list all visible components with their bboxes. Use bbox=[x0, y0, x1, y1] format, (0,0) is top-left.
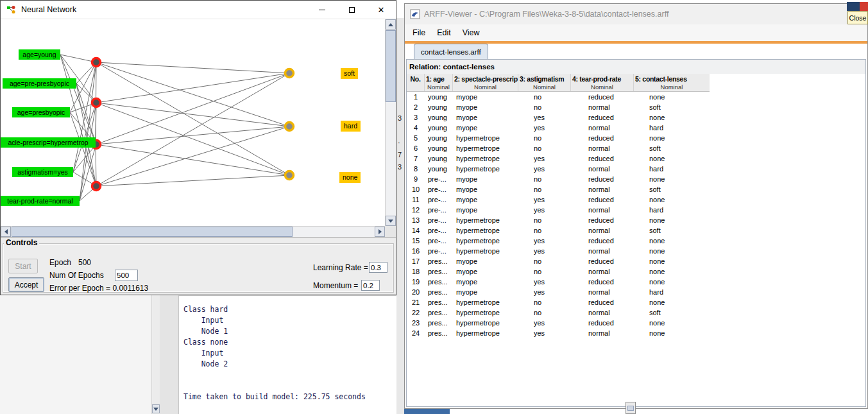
table-cell[interactable]: pres... bbox=[425, 256, 453, 266]
table-cell[interactable]: pres... bbox=[425, 266, 453, 277]
table-cell[interactable]: hard bbox=[634, 123, 710, 133]
table-cell[interactable]: young bbox=[425, 112, 453, 123]
hidden-node[interactable] bbox=[92, 58, 101, 67]
scroll-left-button[interactable] bbox=[1, 227, 11, 237]
table-cell[interactable]: soft bbox=[634, 102, 710, 112]
table-cell[interactable]: hypermetrope bbox=[453, 143, 518, 153]
table-cell[interactable]: none bbox=[634, 297, 710, 307]
table-cell[interactable]: yes bbox=[518, 236, 571, 246]
row-number-cell[interactable]: 23 bbox=[407, 318, 425, 328]
table-cell[interactable]: normal bbox=[571, 164, 634, 174]
close-button[interactable]: ✕ bbox=[366, 1, 396, 19]
table-cell[interactable]: pre-... bbox=[425, 236, 453, 246]
table-cell[interactable]: yes bbox=[518, 277, 571, 287]
table-cell[interactable]: hypermetrope bbox=[453, 328, 518, 338]
maximize-button[interactable] bbox=[337, 1, 366, 19]
table-cell[interactable]: normal bbox=[571, 102, 634, 112]
table-cell[interactable]: hypermetrope bbox=[453, 236, 518, 246]
table-cell[interactable]: none bbox=[634, 328, 710, 338]
menu-item-view[interactable]: View bbox=[457, 24, 486, 41]
table-cell[interactable]: pre-... bbox=[425, 246, 453, 256]
network-horizontal-scrollbar[interactable] bbox=[1, 226, 385, 237]
table-row[interactable]: 11pre-...myopeyesreducednone bbox=[407, 194, 710, 205]
table-cell[interactable]: yes bbox=[518, 153, 571, 164]
table-row[interactable]: 21pres...hypermetropenoreducednone bbox=[407, 297, 710, 307]
table-cell[interactable]: none bbox=[634, 266, 710, 277]
nn-titlebar[interactable]: Neural Network ✕ bbox=[1, 1, 396, 19]
table-cell[interactable]: hypermetrope bbox=[453, 164, 518, 174]
row-number-cell[interactable]: 20 bbox=[407, 287, 425, 297]
close-button-fragment[interactable]: Close bbox=[847, 11, 868, 24]
row-number-cell[interactable]: 13 bbox=[407, 215, 425, 225]
output-node[interactable] bbox=[285, 69, 294, 78]
table-cell[interactable]: reduced bbox=[571, 133, 634, 143]
table-cell[interactable]: no bbox=[518, 215, 571, 225]
table-cell[interactable]: young bbox=[425, 92, 453, 102]
table-row[interactable]: 8younghypermetropeyesnormalhard bbox=[407, 164, 710, 174]
table-cell[interactable]: pre-... bbox=[425, 184, 453, 194]
table-cell[interactable]: none bbox=[634, 246, 710, 256]
table-row[interactable]: 12pre-...myopeyesnormalhard bbox=[407, 205, 710, 215]
row-number-cell[interactable]: 6 bbox=[407, 143, 425, 153]
table-row[interactable]: 23pres...hypermetropeyesreducednone bbox=[407, 318, 710, 328]
table-row[interactable]: 4youngmyopeyesnormalhard bbox=[407, 123, 710, 133]
table-row[interactable]: 6younghypermetropenonormalsoft bbox=[407, 143, 710, 153]
table-cell[interactable]: yes bbox=[518, 194, 571, 205]
table-cell[interactable]: none bbox=[634, 215, 710, 225]
column-header-contactlenses[interactable]: 5: contact-lensesNominal bbox=[634, 74, 710, 91]
table-cell[interactable]: reduced bbox=[571, 277, 634, 287]
table-cell[interactable]: pre-... bbox=[425, 194, 453, 205]
input-node-label[interactable]: age=pre-presbyopic bbox=[3, 78, 76, 89]
table-cell[interactable]: myope bbox=[453, 174, 518, 184]
table-cell[interactable]: myope bbox=[453, 266, 518, 277]
table-cell[interactable]: normal bbox=[571, 123, 634, 133]
table-cell[interactable]: reduced bbox=[571, 256, 634, 266]
table-cell[interactable]: pres... bbox=[425, 297, 453, 307]
table-cell[interactable]: hard bbox=[634, 287, 710, 297]
column-header-astigmatism[interactable]: 3: astigmatismNominal bbox=[518, 74, 571, 91]
table-row[interactable]: 18pres...myopenonormalnone bbox=[407, 266, 710, 277]
table-cell[interactable]: myope bbox=[453, 287, 518, 297]
table-cell[interactable]: hypermetrope bbox=[453, 215, 518, 225]
row-number-cell[interactable]: 4 bbox=[407, 123, 425, 133]
tab-contact-lenses-arff[interactable]: contact-lenses.arff bbox=[414, 44, 488, 59]
table-cell[interactable]: hypermetrope bbox=[453, 297, 518, 307]
table-cell[interactable]: soft bbox=[634, 307, 710, 318]
row-number-cell[interactable]: 17 bbox=[407, 256, 425, 266]
table-cell[interactable]: yes bbox=[518, 164, 571, 174]
table-cell[interactable]: none bbox=[634, 174, 710, 184]
table-cell[interactable]: myope bbox=[453, 194, 518, 205]
table-cell[interactable]: hypermetrope bbox=[453, 225, 518, 236]
table-cell[interactable]: yes bbox=[518, 287, 571, 297]
row-number-cell[interactable]: 3 bbox=[407, 112, 425, 123]
output-node[interactable] bbox=[285, 171, 294, 180]
table-cell[interactable]: pre-... bbox=[425, 174, 453, 184]
vertical-scrollbar-thumb[interactable] bbox=[386, 30, 396, 102]
output-node-label[interactable]: hard bbox=[341, 121, 361, 132]
table-cell[interactable]: none bbox=[634, 277, 710, 287]
row-number-cell[interactable]: 11 bbox=[407, 194, 425, 205]
explorer-scrollbar[interactable] bbox=[151, 295, 160, 414]
column-header-no[interactable]: No. bbox=[407, 74, 425, 91]
horizontal-scrollbar-thumb[interactable] bbox=[12, 227, 293, 237]
scrollbar-thumb[interactable] bbox=[627, 406, 634, 411]
table-row[interactable]: 15pre-...hypermetropeyesreducednone bbox=[407, 236, 710, 246]
table-cell[interactable]: yes bbox=[518, 112, 571, 123]
output-node[interactable] bbox=[285, 123, 294, 131]
table-cell[interactable]: normal bbox=[571, 266, 634, 277]
input-node-label[interactable]: age=young bbox=[19, 49, 60, 60]
row-number-cell[interactable]: 5 bbox=[407, 133, 425, 143]
row-number-cell[interactable]: 9 bbox=[407, 174, 425, 184]
table-cell[interactable]: reduced bbox=[571, 112, 634, 123]
momentum-input[interactable] bbox=[361, 280, 380, 291]
row-number-cell[interactable]: 15 bbox=[407, 236, 425, 246]
table-row[interactable]: 9pre-...myopenoreducednone bbox=[407, 174, 710, 184]
table-cell[interactable]: normal bbox=[571, 225, 634, 236]
table-cell[interactable]: reduced bbox=[571, 297, 634, 307]
row-number-cell[interactable]: 24 bbox=[407, 328, 425, 338]
table-cell[interactable]: myope bbox=[453, 102, 518, 112]
table-cell[interactable]: pres... bbox=[425, 307, 453, 318]
table-cell[interactable]: pre-... bbox=[425, 225, 453, 236]
table-row[interactable]: 5younghypermetropenoreducednone bbox=[407, 133, 710, 143]
table-cell[interactable]: soft bbox=[634, 143, 710, 153]
